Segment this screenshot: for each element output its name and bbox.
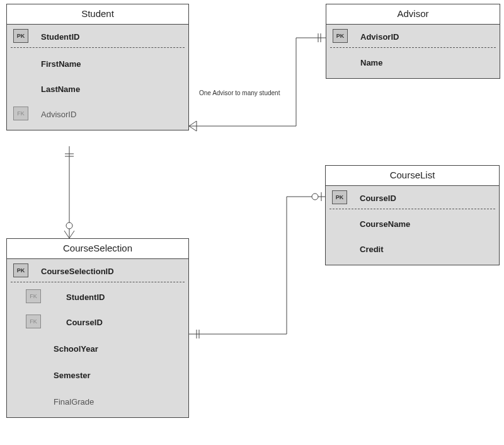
attr-advisor-name: Name — [326, 48, 500, 78]
entity-courselist-body: PK CourseID CourseName Credit — [326, 186, 499, 265]
svg-point-13 — [312, 194, 318, 200]
attr-label: CourseSelectionID — [41, 265, 114, 276]
svg-point-8 — [66, 222, 72, 229]
attr-courseselection-finalgrade: FinalGrade — [7, 386, 188, 417]
attr-courseselection-schoolyear: SchoolYear — [7, 333, 188, 359]
entity-student-body: PK StudentID FirstName LastName FK Advis… — [7, 25, 188, 130]
attr-student-firstname: FirstName — [7, 48, 188, 74]
attr-courseselection-semester: Semester — [7, 359, 188, 386]
attr-courselist-coursename: CourseName — [326, 209, 499, 234]
attr-label: LastName — [41, 83, 80, 94]
attr-student-lastname: LastName — [7, 74, 188, 100]
attr-label: Semester — [54, 369, 91, 380]
relationship-label-advisor-student: One Advisor to many student — [199, 90, 280, 96]
entity-courselist: CourseList PK CourseID CourseName Credit — [325, 165, 500, 265]
attr-label: FinalGrade — [54, 396, 94, 407]
svg-line-10 — [69, 231, 74, 238]
entity-advisor-body: PK AdvisorID Name — [326, 25, 500, 78]
svg-line-9 — [64, 231, 69, 238]
attr-student-advisorid: FK AdvisorID — [7, 100, 188, 130]
entity-courseselection-body: PK CourseSelectionID FK StudentID FK Cou… — [7, 259, 188, 417]
attr-label: CourseID — [360, 192, 396, 203]
attr-label: FirstName — [41, 58, 81, 69]
entity-advisor-title: Advisor — [326, 4, 500, 25]
fk-badge: FK — [26, 315, 41, 328]
attr-label: CourseName — [360, 218, 410, 229]
entity-courseselection: CourseSelection PK CourseSelectionID FK … — [6, 238, 189, 418]
attr-label: SchoolYear — [54, 343, 98, 354]
entity-courselist-title: CourseList — [326, 166, 499, 186]
attr-courselist-credit: Credit — [326, 234, 499, 265]
attr-courseselection-fk2: FK CourseID — [7, 308, 188, 333]
entity-student: Student PK StudentID FirstName LastName … — [6, 4, 189, 130]
entity-courseselection-title: CourseSelection — [7, 239, 188, 259]
attr-label: Name — [360, 57, 382, 67]
pk-badge: PK — [333, 29, 348, 43]
fk-badge: FK — [13, 107, 28, 120]
svg-line-3 — [189, 126, 197, 131]
attr-label: StudentID — [41, 31, 79, 42]
pk-badge: PK — [13, 263, 28, 277]
attr-label: StudentID — [66, 291, 105, 302]
pk-badge: PK — [13, 29, 28, 43]
attr-label: AdvisorID — [360, 31, 399, 42]
attr-courseselection-fk1: FK StudentID — [7, 282, 188, 308]
attr-label: CourseID — [66, 316, 103, 327]
attr-courseselection-pk: PK CourseSelectionID — [7, 259, 188, 282]
fk-badge: FK — [26, 289, 41, 303]
attr-advisor-pk: PK AdvisorID — [326, 25, 500, 47]
attr-student-pk: PK StudentID — [7, 25, 188, 47]
attr-label: Credit — [360, 243, 384, 254]
pk-badge: PK — [332, 190, 347, 204]
svg-line-2 — [189, 121, 197, 126]
attr-courselist-pk: PK CourseID — [326, 186, 499, 209]
attr-label: AdvisorID — [41, 108, 76, 119]
entity-student-title: Student — [7, 4, 188, 25]
entity-advisor: Advisor PK AdvisorID Name — [326, 4, 500, 79]
